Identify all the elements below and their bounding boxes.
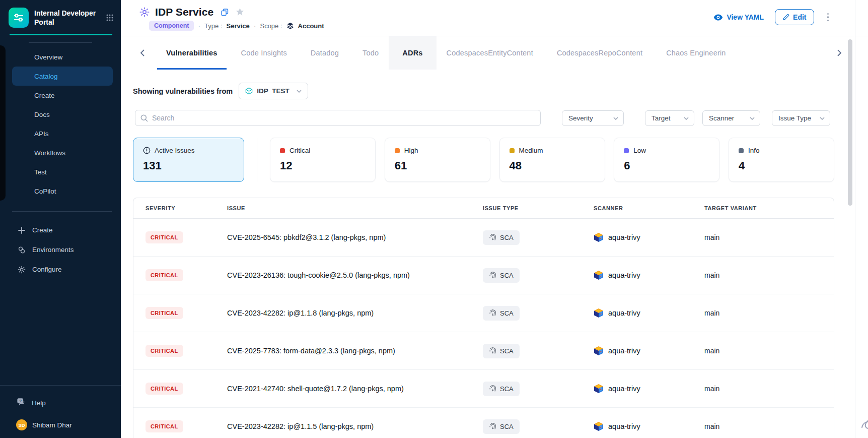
severity-stat-value: 61 (395, 159, 490, 172)
sidebar-action-label: Environments (32, 246, 74, 254)
app-grid-icon[interactable] (106, 14, 114, 22)
filter-target[interactable]: Target (645, 110, 694, 126)
help-button[interactable]: ? Help (0, 386, 121, 407)
scanner-name: aqua-trivy (608, 309, 640, 317)
filter-label: Issue Type (778, 114, 811, 122)
kind-badge[interactable]: Component (149, 21, 194, 31)
sidebar-item-workflows[interactable]: Workflows (12, 143, 113, 162)
tab-code-insights[interactable]: Code Insights (241, 36, 287, 70)
severity-badge: CRITICAL (146, 383, 183, 395)
issue-text: CVE-2021-42740: shell-quote@1.7.2 (lang-… (227, 385, 483, 393)
search-icon (140, 114, 148, 122)
tabs-scroll-right-chevron-icon[interactable] (837, 36, 842, 70)
scanner-name: aqua-trivy (608, 233, 640, 241)
source-value: IDP_TEST (257, 87, 290, 95)
source-select[interactable]: IDP_TEST (239, 83, 308, 99)
module-nav-strip (0, 45, 6, 201)
tab-codespaces-repo-content[interactable]: CodespacesRepoContent (557, 36, 642, 70)
environments-icon (17, 246, 26, 254)
sidebar: Internal Developer Portal Overview Catal… (0, 0, 121, 438)
showing-vulnerabilities-label: Showing vulnerabilities from (133, 87, 233, 95)
aqua-trivy-cube-icon (594, 270, 604, 280)
corner-widget-icon[interactable] (861, 414, 868, 436)
active-issues-card[interactable]: Active Issues 131 (133, 138, 244, 182)
vulnerabilities-table: SEVERITY ISSUE ISSUE TYPE SCANNER TARGET… (133, 198, 834, 438)
sidebar-item-overview[interactable]: Overview (12, 47, 113, 67)
tab-adrs[interactable]: ADRs (389, 36, 436, 70)
filter-scanner[interactable]: Scanner (702, 110, 760, 126)
favorite-star-icon[interactable] (236, 8, 244, 16)
user-name: Shibam Dhar (32, 421, 72, 429)
issue-text: CVE-2023-26136: tough-cookie@2.5.0 (lang… (227, 271, 483, 279)
filter-issue-type[interactable]: Issue Type (772, 110, 830, 126)
severity-stat-value: 12 (280, 159, 375, 172)
issue-type-text: SCA (500, 385, 514, 393)
sidebar-item-create[interactable]: Create (12, 86, 113, 105)
target-variant-text: main (704, 385, 834, 393)
table-row[interactable]: CRITICAL CVE-2025-6545: pbkdf2@3.1.2 (la… (133, 219, 834, 257)
severity-stat-label: Medium (519, 147, 543, 154)
active-issues-label: Active Issues (155, 147, 195, 154)
sidebar-item-test[interactable]: Test (12, 162, 113, 181)
issue-text: CVE-2025-6545: pbkdf2@3.1.2 (lang-pkgs, … (227, 233, 483, 241)
issue-text: CVE-2023-42282: ip@1.1.8 (lang-pkgs, npm… (227, 309, 483, 317)
table-row[interactable]: CRITICAL CVE-2023-42282: ip@1.1.5 (lang-… (133, 408, 834, 438)
edit-button[interactable]: Edit (775, 9, 814, 25)
table-row[interactable]: CRITICAL CVE-2023-26136: tough-cookie@2.… (133, 257, 834, 294)
severity-stat-card[interactable]: Info 4 (729, 138, 834, 182)
tabs: Vulnerabilities Code Insights Datadog To… (166, 36, 726, 70)
cards-divider (257, 138, 257, 182)
severity-stat-card[interactable]: Low 6 (614, 138, 719, 182)
table-row[interactable]: CRITICAL CVE-2025-7783: form-data@2.3.3 … (133, 332, 834, 370)
table-row[interactable]: CRITICAL CVE-2021-42740: shell-quote@1.7… (133, 370, 834, 408)
sidebar-divider-top (29, 42, 92, 43)
sidebar-action-configure[interactable]: Configure (0, 260, 121, 279)
more-options-kebab-icon[interactable] (825, 11, 831, 24)
severity-stat-value: 6 (624, 159, 719, 172)
tabs-scroll-left-chevron-icon[interactable] (140, 36, 144, 70)
sidebar-action-environments[interactable]: Environments (0, 240, 121, 260)
scope-label: Scope : (260, 22, 282, 30)
severity-dot-icon (395, 148, 400, 153)
vertical-scrollbar-thumb[interactable] (848, 39, 852, 206)
portal-logo-icon (9, 8, 29, 28)
issue-type-text: SCA (500, 347, 514, 355)
severity-badge: CRITICAL (146, 269, 183, 281)
alert-circle-icon (143, 147, 151, 154)
search-input[interactable] (152, 114, 535, 122)
severity-dot-icon (510, 148, 515, 153)
copy-icon[interactable] (221, 9, 229, 16)
tab-chaos-engineering[interactable]: Chaos Engineerin (666, 36, 726, 70)
severity-stat-value: 48 (510, 159, 605, 172)
sca-fingerprint-icon (489, 309, 496, 317)
severity-stat-card[interactable]: High 61 (385, 138, 490, 182)
sidebar-nav: Overview Catalog Create Docs APIs Workfl… (0, 47, 121, 201)
issue-type-text: SCA (500, 272, 514, 279)
view-yaml-button[interactable]: View YAML (713, 13, 764, 21)
aqua-trivy-cube-icon (594, 308, 604, 318)
user-menu[interactable]: SD Shibam Dhar (0, 407, 121, 438)
tab-vulnerabilities[interactable]: Vulnerabilities (166, 36, 218, 70)
tab-datadog[interactable]: Datadog (311, 36, 339, 70)
severity-stat-card[interactable]: Medium 48 (499, 138, 605, 182)
issue-text: CVE-2025-7783: form-data@2.3.3 (lang-pkg… (227, 347, 483, 355)
severity-stat-label: High (404, 147, 418, 154)
component-gear-icon (139, 7, 150, 18)
tab-codespaces-entity-content[interactable]: CodespacesEntityContent (447, 36, 533, 70)
sidebar-item-docs[interactable]: Docs (12, 105, 113, 124)
pencil-icon (782, 14, 789, 21)
filter-severity[interactable]: Severity (562, 110, 624, 126)
sidebar-item-copilot[interactable]: CoPilot (12, 181, 113, 201)
help-chat-icon: ? (17, 398, 26, 407)
sidebar-item-apis[interactable]: APIs (12, 124, 113, 143)
issue-type-pill: SCA (483, 230, 520, 245)
edit-label: Edit (793, 13, 806, 21)
tab-todo[interactable]: Todo (363, 36, 379, 70)
chevron-down-icon (820, 117, 825, 120)
severity-dot-icon (280, 148, 285, 153)
table-row[interactable]: CRITICAL CVE-2023-42282: ip@1.1.8 (lang-… (133, 294, 834, 332)
sidebar-action-create[interactable]: Create (0, 220, 121, 240)
severity-stat-card[interactable]: Critical 12 (270, 138, 376, 182)
chevron-down-icon (684, 117, 689, 120)
sidebar-item-catalog[interactable]: Catalog (12, 67, 113, 86)
